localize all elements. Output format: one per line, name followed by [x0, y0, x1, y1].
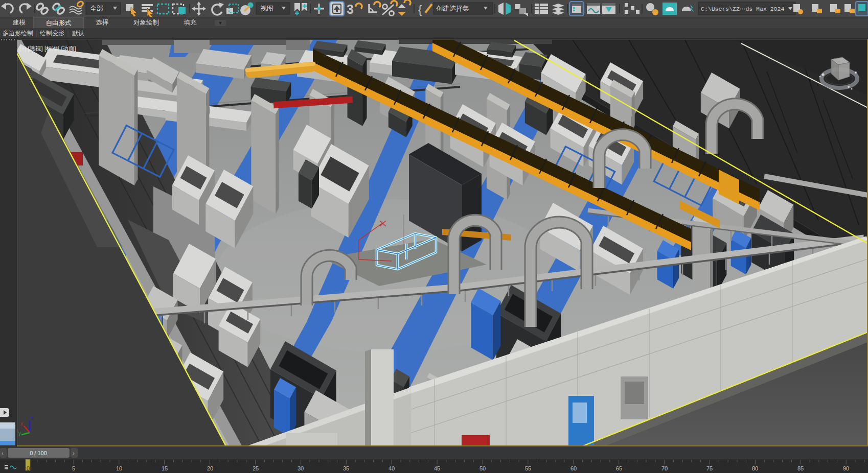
svg-text:{: {	[418, 3, 422, 16]
svg-text:0 / 100: 0 / 100	[30, 450, 47, 456]
svg-text:20: 20	[207, 465, 213, 471]
svg-text:40: 40	[389, 465, 395, 471]
svg-text:创建选择集: 创建选择集	[436, 5, 469, 12]
svg-text:35: 35	[343, 465, 349, 471]
svg-text:0: 0	[27, 465, 30, 471]
svg-text:y: y	[18, 431, 21, 436]
svg-text:视图: 视图	[260, 5, 273, 12]
svg-text:55: 55	[525, 465, 531, 471]
svg-text:65: 65	[616, 465, 622, 471]
svg-text:25: 25	[253, 465, 259, 471]
svg-text:[+] [透视] [标准] [边面]: [+] [透视] [标准] [边面]	[19, 45, 76, 52]
svg-text:C:\Users\ZZ⋯ds Max 2024: C:\Users\ZZ⋯ds Max 2024	[701, 6, 784, 12]
svg-text:‹: ‹	[2, 450, 4, 456]
svg-text:90: 90	[843, 465, 849, 471]
svg-text:15: 15	[162, 465, 168, 471]
svg-text:10: 10	[116, 465, 122, 471]
svg-text:45: 45	[434, 465, 440, 471]
svg-text:60: 60	[570, 465, 577, 471]
svg-text:50: 50	[479, 465, 486, 471]
svg-text:30: 30	[298, 465, 304, 471]
svg-text:3: 3	[347, 2, 354, 16]
svg-text:x: x	[20, 421, 23, 427]
svg-text:80: 80	[752, 465, 758, 471]
svg-text:70: 70	[661, 465, 668, 471]
svg-text:z: z	[31, 415, 33, 421]
svg-text:5: 5	[72, 465, 75, 471]
svg-text:全部: 全部	[90, 5, 103, 12]
svg-text:85: 85	[797, 465, 804, 471]
svg-text:75: 75	[706, 465, 713, 471]
svg-text:›: ›	[73, 450, 75, 456]
